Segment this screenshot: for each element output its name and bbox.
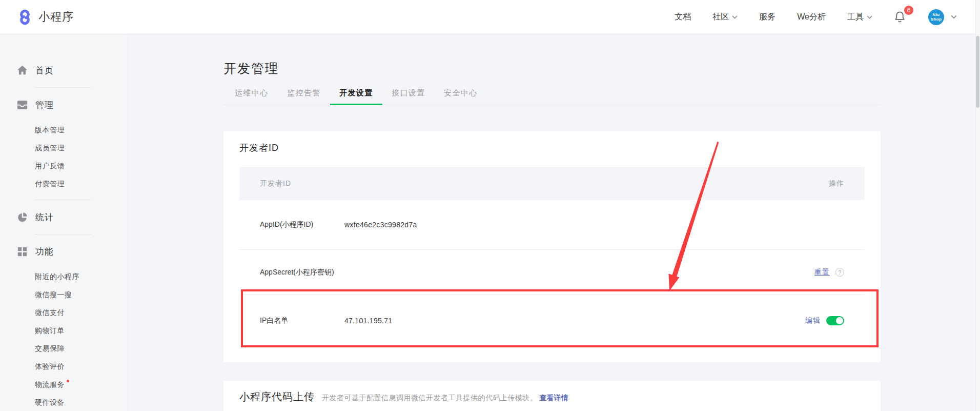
nav-services[interactable]: 服务 <box>759 12 775 23</box>
topbar: 小程序 文档 社区 服务 We分析 工具 6 <box>0 0 980 34</box>
pie-chart-icon <box>17 212 28 223</box>
sidebar: 首页 管理 版本管理 成员管理 用户反馈 付费管理 统计 <box>0 35 128 411</box>
bell-icon <box>894 10 906 23</box>
tab-development-settings[interactable]: 开发设置 <box>330 88 382 105</box>
nav-label: We分析 <box>797 12 826 23</box>
account-menu[interactable]: Niu Shop <box>928 9 957 25</box>
tab-monitoring-alerts[interactable]: 监控告警 <box>278 88 330 105</box>
chevron-down-icon <box>867 15 872 19</box>
nav-label: 工具 <box>847 12 864 23</box>
column-header-developer-id: 开发者ID <box>260 179 291 188</box>
nav-tools[interactable]: 工具 <box>847 12 872 23</box>
nav-label: 服务 <box>759 12 775 23</box>
sidebar-item-wechat-search[interactable]: 微信搜一搜 <box>0 286 128 304</box>
reset-link[interactable]: 重置 <box>814 268 830 277</box>
table-header-row: 开发者ID 操作 <box>239 167 865 200</box>
code-upload-description: 开发者可基于配置信息调用微信开发者工具提供的代码上传模块。 <box>322 394 538 403</box>
brand-title: 小程序 <box>38 9 74 25</box>
appid-value: wxfe46e2c3c9982d7a <box>344 221 844 229</box>
table-row-ip-whitelist: IP白名单 47.101.195.71 编辑 <box>239 295 865 346</box>
scrollbar-track <box>975 0 980 411</box>
tab-api-settings[interactable]: 接口设置 <box>382 88 435 105</box>
section-title-developer-id: 开发者ID <box>239 131 865 153</box>
view-details-link[interactable]: 查看详情 <box>540 394 568 403</box>
appid-label: AppID(小程序ID) <box>260 220 344 229</box>
page-title: 开发管理 <box>223 35 881 77</box>
ip-whitelist-label: IP白名单 <box>260 316 344 325</box>
ip-whitelist-toggle[interactable] <box>826 316 844 325</box>
nav-label: 社区 <box>712 12 729 23</box>
top-navigation: 文档 社区 服务 We分析 工具 6 <box>675 9 957 25</box>
sidebar-item-member-management[interactable]: 成员管理 <box>0 139 128 157</box>
developer-id-table: 开发者ID 操作 AppID(小程序ID) wxfe46e2c3c9982d7a… <box>239 167 865 346</box>
toggle-knob <box>836 317 843 324</box>
table-row-appsecret: AppSecret(小程序密钥) 重置 ? <box>239 250 865 295</box>
divider <box>35 234 91 234</box>
avatar: Niu Shop <box>928 9 944 25</box>
sidebar-item-label: 统计 <box>35 211 54 223</box>
sidebar-item-experience-rating[interactable]: 体验评价 <box>0 358 128 376</box>
chevron-down-icon <box>732 15 738 19</box>
sidebar-item-label: 首页 <box>35 65 54 76</box>
sidebar-item-shopping-orders[interactable]: 购物订单 <box>0 322 128 340</box>
sidebar-item-home[interactable]: 首页 <box>0 60 128 81</box>
developer-id-card: 开发者ID 开发者ID 操作 AppID(小程序ID) wxfe46e2c3c9… <box>223 131 881 362</box>
avatar-text-line2: Shop <box>931 17 942 22</box>
grid-icon <box>17 246 28 257</box>
chevron-down-icon <box>951 15 957 19</box>
brand-logo: 小程序 <box>17 9 74 25</box>
section-title-code-upload: 小程序代码上传 <box>239 390 315 404</box>
sidebar-item-hardware-devices[interactable]: 硬件设备 <box>0 394 128 411</box>
sidebar-item-features[interactable]: 功能 <box>0 241 128 262</box>
scrollbar-thumb[interactable] <box>976 36 979 108</box>
sidebar-item-nearby-miniprograms[interactable]: 附近的小程序 <box>0 268 128 286</box>
nav-community[interactable]: 社区 <box>712 12 738 23</box>
divider <box>35 200 91 200</box>
sidebar-item-user-feedback[interactable]: 用户反馈 <box>0 157 128 175</box>
nav-docs[interactable]: 文档 <box>675 12 691 23</box>
sidebar-item-version-management[interactable]: 版本管理 <box>0 121 128 139</box>
table-row-appid: AppID(小程序ID) wxfe46e2c3c9982d7a <box>239 200 865 250</box>
divider <box>35 87 91 88</box>
new-badge-dot <box>67 380 69 382</box>
avatar-text-line1: Niu <box>933 12 940 17</box>
sidebar-item-label: 物流服务 <box>35 380 65 388</box>
sidebar-item-label: 功能 <box>35 246 54 258</box>
help-icon[interactable]: ? <box>835 268 844 277</box>
ip-whitelist-value: 47.101.195.71 <box>344 317 805 325</box>
sidebar-item-management[interactable]: 管理 <box>0 94 128 115</box>
nav-we-analytics[interactable]: We分析 <box>797 12 826 23</box>
notifications-button[interactable]: 6 <box>894 10 907 24</box>
tab-operations-center[interactable]: 运维中心 <box>226 88 278 105</box>
sidebar-item-payment-management[interactable]: 付费管理 <box>0 175 128 193</box>
column-header-action: 操作 <box>829 179 844 188</box>
nav-label: 文档 <box>675 12 691 23</box>
appsecret-label: AppSecret(小程序密钥) <box>260 268 344 277</box>
edit-link[interactable]: 编辑 <box>805 316 821 325</box>
sidebar-item-statistics[interactable]: 统计 <box>0 207 128 227</box>
sidebar-item-wechat-pay[interactable]: 微信支付 <box>0 304 128 322</box>
tab-security-center[interactable]: 安全中心 <box>435 88 487 105</box>
tray-icon <box>17 100 28 110</box>
home-icon <box>17 65 28 76</box>
main-content: 开发管理 运维中心 监控告警 开发设置 接口设置 安全中心 开发者ID 开发者I… <box>128 35 980 411</box>
sidebar-item-transaction-guarantee[interactable]: 交易保障 <box>0 340 128 358</box>
miniprogram-logo-icon <box>17 9 33 25</box>
sidebar-item-label: 管理 <box>35 99 54 111</box>
sidebar-item-logistics-service[interactable]: 物流服务 <box>0 376 128 394</box>
code-upload-card: 小程序代码上传 开发者可基于配置信息调用微信开发者工具提供的代码上传模块。 查看… <box>223 381 881 411</box>
tab-bar: 运维中心 监控告警 开发设置 接口设置 安全中心 <box>223 88 881 105</box>
notification-count-badge: 6 <box>904 6 913 15</box>
